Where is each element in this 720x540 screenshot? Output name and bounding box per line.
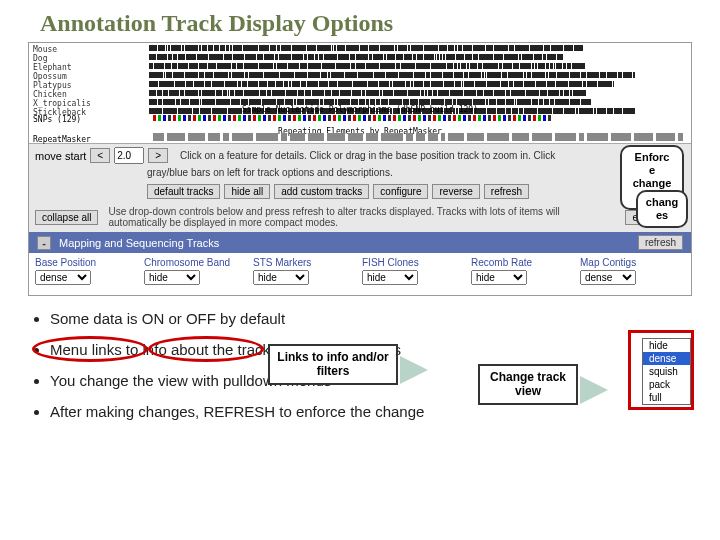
genome-browser-panel: MouseDogElephantOpossumPlatypusChickenX_… [28, 42, 692, 296]
refresh-button[interactable]: refresh [484, 184, 529, 199]
dropdown-option-squish[interactable]: squish [643, 365, 690, 378]
bullet-item: Some data is ON or OFF by default [50, 310, 688, 327]
track-desc-row: collapse all Use drop-down controls belo… [29, 202, 691, 232]
track-header-5[interactable]: Map Contigs [580, 257, 685, 268]
callout-change-view: Change track view [478, 364, 578, 405]
section-header: - Mapping and Sequencing Tracks refresh [29, 232, 691, 253]
track-columns: Base PositiondenseChromosome BandhideSTS… [29, 253, 691, 295]
bullet-item: After making changes, REFRESH to enforce… [50, 403, 688, 420]
default-tracks-button[interactable]: default tracks [147, 184, 220, 199]
nav-instructions-1: Click on a feature for details. Click or… [180, 150, 555, 161]
species-list: MouseDogElephantOpossumPlatypusChickenX_… [33, 45, 91, 117]
track-select-3[interactable]: hide [362, 270, 418, 285]
tracks-area: MouseDogElephantOpossumPlatypusChickenX_… [29, 43, 691, 143]
collapse-all-button[interactable]: collapse all [35, 210, 98, 225]
map-contigs-dropdown-open[interactable]: hidedensesquishpackfull [642, 338, 691, 405]
nav-instructions-2: gray/blue bars on left for track options… [147, 167, 393, 178]
track-header-1[interactable]: Chromosome Band [144, 257, 249, 268]
add-custom-tracks-button[interactable]: add custom tracks [274, 184, 369, 199]
hide-all-button[interactable]: hide all [224, 184, 270, 199]
section-title: Mapping and Sequencing Tracks [59, 237, 219, 249]
nav-bar-2: gray/blue bars on left for track options… [29, 167, 691, 181]
snp-row-label: SNPs (129) [33, 115, 81, 124]
callout-links: Links to info and/or filters [268, 344, 398, 385]
configure-button[interactable]: configure [373, 184, 428, 199]
zoom-input[interactable] [114, 147, 144, 164]
page-title: Annotation Track Display Options [0, 0, 720, 42]
dropdown-option-hide[interactable]: hide [643, 339, 690, 352]
nav-bar: move start < > Click on a feature for de… [29, 143, 691, 167]
reverse-button[interactable]: reverse [432, 184, 479, 199]
track-select-4[interactable]: hide [471, 270, 527, 285]
track-select-1[interactable]: hide [144, 270, 200, 285]
default-buttons-row: default trackshide alladd custom tracksc… [29, 181, 691, 202]
track-header-3[interactable]: FISH Clones [362, 257, 467, 268]
move-right-button[interactable]: > [148, 148, 168, 163]
move-start-label: move start [35, 150, 86, 162]
dropdown-option-pack[interactable]: pack [643, 378, 690, 391]
move-left-button[interactable]: < [90, 148, 110, 163]
arrow-icon [580, 376, 608, 404]
track-desc-text: Use drop-down controls below and press r… [108, 206, 615, 228]
collapse-section-button[interactable]: - [37, 236, 51, 250]
track-header-4[interactable]: Recomb Rate [471, 257, 576, 268]
callout-enforce-2: changes [636, 190, 688, 228]
dropdown-option-dense[interactable]: dense [643, 352, 690, 365]
dropdown-option-full[interactable]: full [643, 391, 690, 404]
section-refresh-button[interactable]: refresh [638, 235, 683, 250]
track-select-5[interactable]: dense [580, 270, 636, 285]
track-select-0[interactable]: dense [35, 270, 91, 285]
track-header-2[interactable]: STS Markers [253, 257, 358, 268]
snp-track-label: Simple Nucleotide Polymorphisms (dbSNP b… [242, 105, 478, 114]
arrow-icon [400, 356, 428, 384]
track-header-0[interactable]: Base Position [35, 257, 140, 268]
repeat-row-label: RepeatMasker [33, 135, 91, 144]
track-select-2[interactable]: hide [253, 270, 309, 285]
